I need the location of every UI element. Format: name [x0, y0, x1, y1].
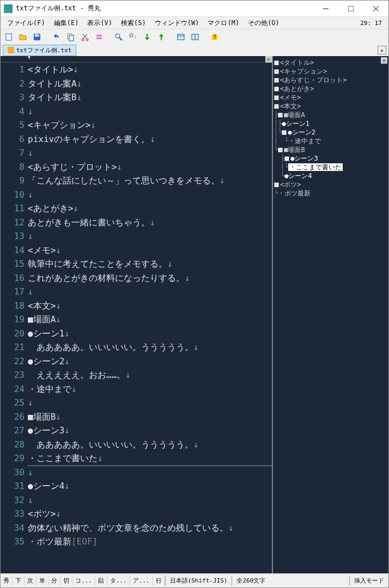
outline-item[interactable]: ├-●シーン3 — [274, 154, 387, 163]
code-line[interactable]: ↓ — [28, 465, 272, 480]
menu-view[interactable]: 表示(V) — [83, 17, 117, 29]
status-button[interactable]: 下 — [13, 575, 25, 586]
menu-macro[interactable]: マクロ(M) — [203, 17, 244, 29]
outline-item[interactable]: -<メモ> — [274, 93, 387, 102]
code-line[interactable]: これがあとがきの材料になったりする。↓ — [28, 271, 272, 285]
code-line[interactable]: <本文>↓ — [28, 299, 272, 313]
code-line[interactable]: あああああ。いいいいい。ううううう。↓ — [28, 340, 272, 354]
code-line[interactable]: ■場面B↓ — [28, 410, 272, 424]
tree-toggle-icon[interactable]: - — [274, 95, 279, 100]
code-line[interactable]: ↓ — [28, 493, 272, 507]
new-file-icon[interactable] — [3, 31, 15, 43]
outline-item[interactable]: -<キャプション> — [274, 67, 387, 76]
code-line[interactable]: 執筆中に考えてたことをメモする。↓ — [28, 257, 272, 271]
code-line[interactable]: ↓ — [28, 105, 272, 119]
outline-item[interactable]: -<あとがき> — [274, 84, 387, 93]
code-line[interactable]: ↓ — [28, 146, 272, 160]
outline-item[interactable]: -<あらすじ・プロット> — [274, 76, 387, 84]
tree-toggle-icon[interactable]: - — [284, 156, 289, 161]
code-line[interactable]: ・ボツ最新[EOF] — [28, 535, 272, 549]
code-line[interactable]: <メモ>↓ — [28, 243, 272, 258]
tree-toggle-icon[interactable]: - — [274, 87, 279, 91]
menu-edit[interactable]: 編集(E) — [50, 17, 83, 29]
outline-item[interactable]: │ └・途中まで — [274, 137, 387, 145]
help-icon[interactable]: ? — [209, 31, 221, 43]
tree-toggle-icon[interactable]: - — [274, 104, 279, 109]
outline-item[interactable]: -<タイトル> — [274, 58, 387, 67]
status-button[interactable]: コ... — [72, 575, 95, 586]
split-icon[interactable] — [189, 31, 201, 43]
tree-toggle-icon[interactable]: - — [282, 130, 287, 135]
code-line[interactable]: ・途中まで↓ — [28, 382, 272, 396]
code-area[interactable]: <タイトル>↓タイトル案A↓タイトル案B↓↓<キャプション>↓pixivのキャプ… — [28, 63, 272, 573]
outline-item[interactable]: └-■場面B — [274, 145, 387, 154]
code-line[interactable]: ↓ — [28, 285, 272, 299]
search-down-icon[interactable] — [141, 31, 153, 43]
code-line[interactable]: ●シーン2↓ — [28, 354, 272, 369]
maximize-button[interactable] — [338, 1, 363, 17]
menu-window[interactable]: ウィンドウ(W) — [150, 17, 204, 29]
outline-item[interactable]: │├●シーン1 — [274, 119, 387, 128]
code-line[interactable]: ■場面A↓ — [28, 313, 272, 327]
search-icon[interactable] — [113, 31, 125, 43]
code-line[interactable]: <タイトル>↓ — [28, 63, 272, 77]
code-line[interactable]: <ボツ>↓ — [28, 507, 272, 521]
tree-toggle-icon[interactable]: - — [278, 113, 283, 118]
cut-icon[interactable] — [79, 31, 91, 43]
code-line[interactable]: ↓ — [28, 188, 272, 202]
code-line[interactable]: <あとがき>↓ — [28, 201, 272, 216]
tree-toggle-icon[interactable]: - — [274, 69, 279, 74]
collapse-outline-button[interactable]: » — [381, 57, 387, 64]
code-line[interactable]: タイトル案A↓ — [28, 77, 272, 91]
code-line[interactable]: あああああ。いいいいい。ううううう。↓ — [28, 438, 272, 452]
code-line[interactable]: <あらすじ・プロット>↓ — [28, 160, 272, 174]
tree-toggle-icon[interactable]: - — [274, 78, 279, 83]
collapse-ruler-button[interactable]: « — [265, 56, 272, 63]
tree-toggle-icon[interactable]: - — [274, 60, 279, 65]
code-line[interactable]: あとがきも一緒に書いちゃう。↓ — [28, 216, 272, 230]
code-line[interactable]: ●シーン1↓ — [28, 327, 272, 341]
outline-item[interactable]: │└・ここまで書いた — [274, 163, 387, 171]
open-file-icon[interactable] — [17, 31, 29, 43]
tree-toggle-icon[interactable]: - — [274, 182, 279, 187]
status-button[interactable]: 次 — [25, 575, 37, 586]
status-encoding[interactable]: 日本語(Shift-JIS) — [165, 575, 232, 586]
outline-item[interactable]: └・ボツ最新 — [274, 189, 387, 198]
undo-icon[interactable] — [51, 31, 63, 43]
search-up-icon[interactable] — [155, 31, 167, 43]
outline-item[interactable]: ├-■場面A — [274, 111, 387, 119]
code-line[interactable]: ↓ — [28, 229, 272, 243]
status-button[interactable]: タ... — [107, 575, 130, 586]
status-mode[interactable]: 挿入モード — [349, 575, 388, 586]
window-icon[interactable] — [175, 31, 187, 43]
code-line[interactable]: 勿体ない精神で、ボツ文章を念のため残している。↓ — [28, 521, 272, 535]
save-file-icon[interactable] — [31, 31, 43, 43]
code-line[interactable]: えええええ。おお……。↓ — [28, 368, 272, 382]
search-next-icon[interactable] — [127, 31, 139, 43]
status-button[interactable]: 秀 — [1, 575, 13, 586]
status-button[interactable]: ア... — [130, 575, 153, 586]
menu-search[interactable]: 検索(S) — [117, 17, 150, 29]
status-button[interactable]: 分 — [48, 575, 60, 586]
code-line[interactable]: タイトル案B↓ — [28, 90, 272, 105]
menu-other[interactable]: その他(O) — [244, 17, 284, 29]
code-line[interactable]: ↓ — [28, 396, 272, 410]
code-line[interactable]: pixivのキャプションを書く。↓ — [28, 132, 272, 146]
outline-item[interactable]: └●シーン4 — [274, 171, 387, 180]
copy-icon[interactable] — [65, 31, 77, 43]
status-button[interactable]: 貼 — [95, 575, 107, 586]
menu-file[interactable]: ファイル(F) — [3, 17, 50, 29]
minimize-button[interactable] — [313, 1, 338, 17]
code-line[interactable]: ・ここまで書いた↓ — [28, 451, 272, 465]
outline-item[interactable]: -<本文> — [274, 102, 387, 111]
close-button[interactable] — [363, 1, 388, 17]
code-line[interactable]: <キャプション>↓ — [28, 118, 272, 132]
tab-close-button[interactable]: ✕ — [378, 46, 386, 54]
status-button[interactable]: 単 — [37, 575, 48, 586]
status-button[interactable]: 切 — [60, 575, 72, 586]
outline-item[interactable]: -<ボツ> — [274, 180, 387, 189]
code-line[interactable]: ●シーン4↓ — [28, 479, 272, 493]
code-line[interactable]: ●シーン3↓ — [28, 424, 272, 438]
code-line[interactable]: 「こんな話にしたい～」って思いつきをメモる。↓ — [28, 174, 272, 188]
paste-icon[interactable] — [93, 31, 105, 43]
